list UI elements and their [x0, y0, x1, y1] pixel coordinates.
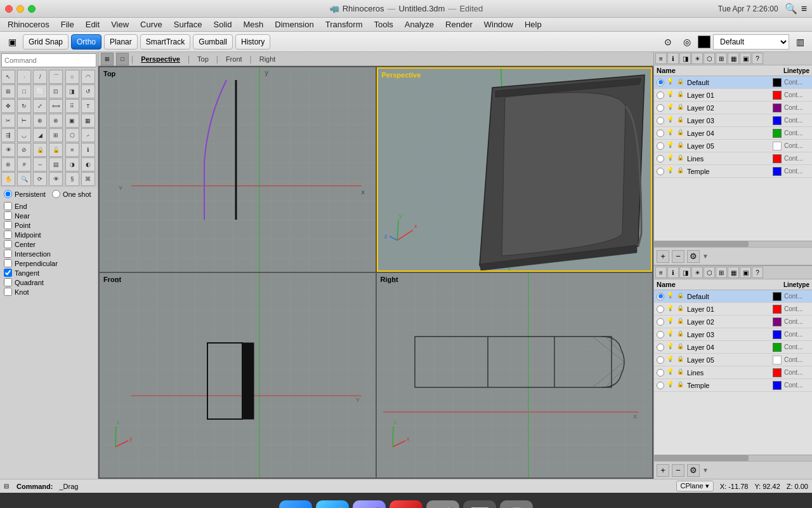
layer-row[interactable]: 💡🔒LinesCont... [654, 366, 812, 379]
render-tool[interactable]: ◨ [65, 84, 79, 98]
analyze-tool[interactable]: ↺ [81, 84, 95, 98]
command-input[interactable] [1, 53, 96, 67]
layer-settings-button-2[interactable]: ⚙ [687, 464, 700, 477]
target-icon[interactable]: ◎ [679, 34, 695, 50]
curve-tool[interactable]: ⌒ [49, 70, 63, 84]
panel-toggle-icon[interactable]: ▥ [792, 34, 808, 50]
viewport-grid-icon[interactable]: ⊞ [101, 53, 114, 65]
layer-row[interactable]: 💡🔒Layer 03Cont... [654, 114, 812, 127]
viewport-right[interactable]: Right Z X [377, 273, 653, 478]
menu-window[interactable]: Window [479, 18, 518, 30]
render-prop-icon[interactable]: ▣ [740, 53, 751, 64]
layer-row[interactable]: 💡🔒LinesCont... [654, 152, 812, 165]
remove-layer-button[interactable]: − [672, 250, 684, 263]
properties-icon-2[interactable]: ℹ [667, 267, 679, 278]
dock-safari[interactable]: 🧭 [316, 500, 349, 508]
env-icon-2[interactable]: ⬡ [704, 267, 715, 278]
unlock-tool[interactable]: 🔓 [49, 143, 63, 157]
circle-tool[interactable]: ○ [65, 70, 79, 84]
lock-tool[interactable]: 🔒 [33, 143, 47, 157]
persistent-radio[interactable]: Persistent [4, 190, 46, 198]
maximize-button[interactable] [28, 5, 36, 13]
osnap-perpendicular[interactable]: Perpendicular [4, 259, 94, 267]
osnap-midpoint[interactable]: Midpoint [4, 231, 94, 239]
layers-icon-2[interactable]: ≡ [655, 267, 667, 278]
texture-icon[interactable]: ⊞ [716, 53, 727, 64]
gumball-button[interactable]: Gumball [193, 34, 233, 50]
camera-icon[interactable]: ⊙ [660, 34, 676, 50]
layer-color-swatch[interactable] [773, 129, 782, 138]
dock-app-x[interactable]: ❌ [390, 500, 422, 508]
layer-row[interactable]: 💡🔒DefaultCont... [654, 290, 812, 303]
menu-analyze[interactable]: Analyze [400, 18, 439, 30]
menu-file[interactable]: File [56, 18, 79, 30]
offset-tool[interactable]: ⇶ [1, 128, 15, 142]
viewport-single-icon[interactable]: □ [116, 53, 129, 65]
layer-color-swatch[interactable] [773, 381, 782, 390]
menu-rhinoceros[interactable]: Rhinoceros [3, 18, 55, 30]
fillet-tool[interactable]: ◡ [17, 128, 31, 142]
help-panel-icon[interactable]: ? [752, 53, 763, 64]
block-tool[interactable]: ▦ [81, 114, 95, 128]
pan-tool[interactable]: ✋ [1, 172, 15, 186]
render2-tool[interactable]: ◐ [81, 157, 95, 171]
cage-tool[interactable]: ⬡ [65, 128, 79, 142]
menu-tools[interactable]: Tools [369, 18, 398, 30]
trim-tool[interactable]: ✂ [1, 114, 15, 128]
show-tool[interactable]: 👁 [1, 143, 15, 157]
tab-top[interactable]: Top [192, 54, 214, 64]
osnap-tangent[interactable]: Tangent [4, 269, 94, 277]
tab-right[interactable]: Right [254, 54, 281, 64]
layer-row[interactable]: 💡🔒Layer 05Cont... [654, 140, 812, 152]
rotate3d-tool[interactable]: ⟳ [33, 172, 47, 186]
boolean-tool[interactable]: ⊞ [49, 128, 63, 142]
layer-row[interactable]: 💡🔒Layer 04Cont... [654, 341, 812, 354]
layer-color-swatch[interactable] [773, 104, 782, 112]
layer-row[interactable]: 💡🔒TempleCont... [654, 379, 812, 392]
layer-row[interactable]: 💡🔒TempleCont... [654, 165, 812, 178]
layer-color-swatch[interactable] [773, 142, 782, 150]
menu-dimension[interactable]: Dimension [270, 18, 318, 30]
join-tool[interactable]: ⊕ [33, 114, 47, 128]
viewport-top[interactable]: Top x y Y [100, 67, 376, 272]
tab-perspective[interactable]: Perspective [136, 54, 185, 64]
hatch-tool[interactable]: ▤ [49, 157, 63, 171]
menu-icon[interactable]: ≡ [801, 3, 807, 15]
menu-surface[interactable]: Surface [169, 18, 207, 30]
texture-icon-2[interactable]: ⊞ [716, 267, 727, 278]
layer-row[interactable]: 💡🔒Layer 02Cont... [654, 316, 812, 328]
env-icon[interactable]: ⬡ [704, 53, 715, 64]
dim-tool[interactable]: ↔ [33, 157, 47, 171]
properties-icon[interactable]: ℹ [667, 53, 679, 64]
shade-tool[interactable]: ◑ [65, 157, 79, 171]
flow-tool[interactable]: ⌿ [81, 128, 95, 142]
menu-mesh[interactable]: Mesh [239, 18, 269, 30]
select-tool[interactable]: ↖ [1, 70, 15, 84]
history-button[interactable]: History [235, 34, 270, 50]
dock-rocket[interactable]: 🚀 [353, 500, 386, 508]
layer-color-swatch[interactable] [773, 78, 782, 87]
layer-settings-button[interactable]: ⚙ [687, 250, 700, 263]
dock-finder[interactable]: 😊 [279, 500, 312, 508]
color-swatch[interactable] [698, 36, 710, 48]
dock-trash[interactable]: 🗑️ [500, 500, 533, 508]
scrollbar-bottom[interactable] [654, 455, 812, 461]
osnap-center[interactable]: Center [4, 240, 94, 248]
layer-color-swatch[interactable] [773, 305, 782, 314]
solid-tool[interactable]: ⬜ [33, 84, 47, 98]
layer-selector[interactable]: Default [713, 34, 789, 50]
cplane-button[interactable]: CPlane ▾ [676, 481, 714, 491]
light-icon-2[interactable]: ☀ [691, 267, 703, 278]
scrollbar-top[interactable] [654, 241, 812, 247]
layer-row[interactable]: 💡🔒DefaultCont... [654, 76, 812, 89]
add-layer-button[interactable]: + [657, 250, 669, 263]
line-tool[interactable]: / [33, 70, 47, 84]
layer-row[interactable]: 💡🔒Layer 05Cont... [654, 354, 812, 366]
sidebar-toggle-button[interactable]: ▣ [4, 34, 20, 50]
planar-button[interactable]: Planar [104, 34, 138, 50]
dock-script[interactable]: 🖊️ [426, 500, 459, 508]
layer-color-swatch[interactable] [773, 292, 782, 301]
script-tool[interactable]: § [65, 172, 79, 186]
menu-render[interactable]: Render [440, 18, 478, 30]
layer-color-swatch[interactable] [773, 330, 782, 339]
